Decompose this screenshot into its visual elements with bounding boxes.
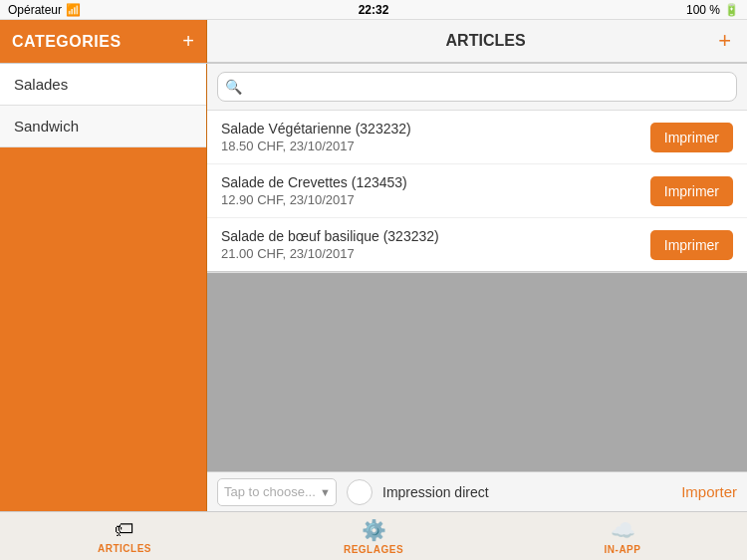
impression-direct-label: Impression direct <box>382 484 671 500</box>
sidebar-item-sandwich[interactable]: Sandwich <box>0 106 206 147</box>
search-input[interactable] <box>217 72 737 102</box>
battery-label: 100 % <box>686 3 720 17</box>
imprimer-button-2[interactable]: Imprimer <box>650 230 733 260</box>
article-name-0: Salade Végétarienne (323232) <box>221 121 650 137</box>
articles-tab-icon: 🏷 <box>115 518 134 541</box>
article-meta-1: 12.90 CHF, 23/10/2017 <box>221 192 650 207</box>
nav-articles: ARTICLES + <box>207 20 747 63</box>
content-row: Salades Sandwich 🔍 Salade Végétarienne (… <box>0 64 747 511</box>
article-item-1: Salade de Crevettes (123453) 12.90 CHF, … <box>207 164 747 218</box>
operator-label: Opérateur <box>8 3 62 17</box>
search-icon: 🔍 <box>225 79 242 95</box>
reglages-tab-label: REGLAGES <box>344 544 403 555</box>
categories-nav-title: CATEGORIES <box>12 33 122 51</box>
article-item-2: Salade de bœuf basilique (323232) 21.00 … <box>207 218 747 272</box>
article-item-0: Salade Végétarienne (323232) 18.50 CHF, … <box>207 111 747 164</box>
sidebar-item-salades-label: Salades <box>14 76 68 93</box>
articles-tab-label: ARTICLES <box>98 543 151 554</box>
article-meta-0: 18.50 CHF, 23/10/2017 <box>221 139 650 153</box>
status-right: 100 % 🔋 <box>686 3 739 17</box>
app-container: CATEGORIES + ARTICLES + Salades Sandwich… <box>0 20 747 560</box>
imprimer-button-1[interactable]: Imprimer <box>650 176 733 206</box>
tab-reglages[interactable]: ⚙️ REGLAGES <box>249 518 498 555</box>
article-info-1: Salade de Crevettes (123453) 12.90 CHF, … <box>221 174 650 207</box>
tab-articles[interactable]: 🏷 ARTICLES <box>0 518 249 554</box>
article-info-0: Salade Végétarienne (323232) 18.50 CHF, … <box>221 121 650 153</box>
search-bar-container: 🔍 <box>207 64 747 111</box>
importer-button[interactable]: Importer <box>681 483 737 500</box>
articles-bottom-bar: Tap to choose... ▼ Impression direct Imp… <box>207 471 747 511</box>
status-bar: Opérateur 📶 22:32 100 % 🔋 <box>0 0 747 20</box>
battery-icon: 🔋 <box>724 3 739 17</box>
inapp-tab-label: IN-APP <box>605 544 641 555</box>
status-left: Opérateur 📶 <box>8 3 81 17</box>
tab-bar: 🏷 ARTICLES ⚙️ REGLAGES ☁️ IN-APP <box>0 511 747 560</box>
article-name-1: Salade de Crevettes (123453) <box>221 174 650 190</box>
search-input-wrapper: 🔍 <box>217 72 737 102</box>
gray-area <box>207 273 747 471</box>
nav-categories: CATEGORIES + <box>0 20 207 63</box>
nav-row: CATEGORIES + ARTICLES + <box>0 20 747 64</box>
tab-in-app[interactable]: ☁️ IN-APP <box>498 518 747 555</box>
tap-to-choose-dropdown[interactable]: Tap to choose... <box>217 478 337 506</box>
status-time: 22:32 <box>359 3 389 17</box>
article-name-2: Salade de bœuf basilique (323232) <box>221 228 650 244</box>
inapp-tab-icon: ☁️ <box>611 518 635 542</box>
article-list: Salade Végétarienne (323232) 18.50 CHF, … <box>207 111 747 273</box>
sidebar-item-salades[interactable]: Salades <box>0 64 206 106</box>
wifi-icon: 📶 <box>66 3 81 17</box>
article-meta-2: 21.00 CHF, 23/10/2017 <box>221 246 650 261</box>
imprimer-button-0[interactable]: Imprimer <box>650 123 733 152</box>
articles-panel: 🔍 Salade Végétarienne (323232) 18.50 CHF… <box>207 64 747 511</box>
articles-nav-title: ARTICLES <box>253 32 718 50</box>
sidebar-item-sandwich-label: Sandwich <box>14 118 79 135</box>
impression-direct-toggle[interactable] <box>347 479 373 505</box>
article-info-2: Salade de bœuf basilique (323232) 21.00 … <box>221 228 650 261</box>
add-article-button[interactable]: + <box>718 28 731 54</box>
add-category-button[interactable]: + <box>182 30 194 53</box>
sidebar: Salades Sandwich <box>0 64 207 511</box>
dropdown-wrapper: Tap to choose... ▼ <box>217 478 337 506</box>
reglages-tab-icon: ⚙️ <box>362 518 386 542</box>
